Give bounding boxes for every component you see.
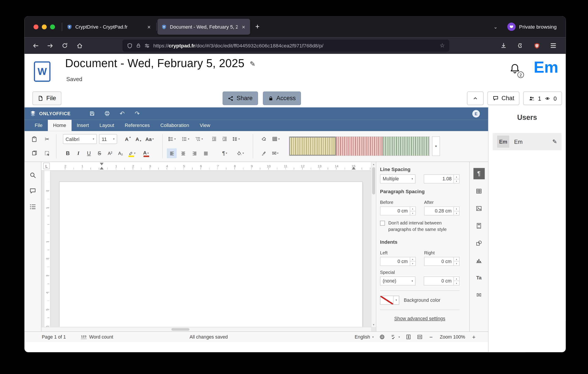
spinner-arrows[interactable]: ▲▼ xyxy=(453,257,459,265)
superscript-button[interactable]: A² xyxy=(105,148,115,158)
advanced-settings-link[interactable]: Show advanced settings xyxy=(380,316,460,321)
extensions-button[interactable] xyxy=(514,40,527,52)
bookmark-star-icon[interactable]: ☆ xyxy=(440,42,445,49)
editor-user-avatar[interactable]: E xyxy=(472,110,480,117)
reload-button[interactable] xyxy=(59,40,71,52)
url-text[interactable]: https://cryptpad.fr/doc/#/3/doc/edit/ff0… xyxy=(153,43,436,49)
editor-menu-tab[interactable]: Collaboration xyxy=(155,120,195,131)
background-color-swatch[interactable] xyxy=(380,296,393,304)
downloads-button[interactable] xyxy=(497,40,510,52)
scroll-down-arrow[interactable]: ▼ xyxy=(371,323,376,326)
back-button[interactable] xyxy=(29,40,42,52)
paragraph-settings-tab[interactable]: ¶ xyxy=(473,168,484,179)
editor-menu-tab[interactable]: View xyxy=(195,120,216,131)
horizontal-scroll-thumb[interactable] xyxy=(171,328,190,331)
new-tab-button[interactable]: + xyxy=(251,23,264,31)
shading-button[interactable]: ▾ xyxy=(271,134,284,144)
redo-button[interactable]: ↷ xyxy=(132,109,142,118)
clear-style-button[interactable] xyxy=(259,134,269,144)
editor-menu-tab[interactable]: Home xyxy=(48,120,72,131)
lock-icon[interactable] xyxy=(136,43,141,48)
special-indent-select[interactable]: (none) ▾ xyxy=(380,276,416,285)
style-preview[interactable] xyxy=(336,137,383,156)
text-art-settings-tab[interactable]: Ta xyxy=(473,272,484,283)
chart-settings-tab[interactable] xyxy=(473,255,484,266)
document-page[interactable] xyxy=(60,182,362,332)
subscript-button[interactable]: A₂ xyxy=(116,148,126,158)
highlight-color-button[interactable]: ▾ xyxy=(127,148,140,158)
copy-style-button[interactable] xyxy=(259,148,269,158)
mail-merge-settings-tab[interactable]: ✉ xyxy=(473,289,484,301)
userlist-button[interactable]: 1 0 xyxy=(523,92,562,105)
fit-width-button[interactable] xyxy=(417,334,422,340)
align-right-button[interactable] xyxy=(189,148,199,158)
comments-button[interactable] xyxy=(30,188,36,195)
language-select[interactable]: English ▾ xyxy=(355,334,374,340)
editor-menu-tab[interactable]: Insert xyxy=(71,120,94,131)
user-list-item[interactable]: Em Em ✎ xyxy=(493,133,562,150)
spinner-arrows[interactable]: ▲▼ xyxy=(453,175,459,183)
align-justify-button[interactable] xyxy=(201,148,210,158)
select-all-button[interactable] xyxy=(42,148,52,158)
font-name-select[interactable]: Calibri ▾ xyxy=(63,134,97,144)
align-left-button[interactable] xyxy=(167,148,177,158)
line-spacing-value-spinner[interactable]: 1.08 ▲▼ xyxy=(424,174,460,183)
user-avatar-initials[interactable]: Em xyxy=(534,59,558,77)
spacing-before-spinner[interactable]: 0 cm ▲▼ xyxy=(380,207,416,216)
forward-button[interactable] xyxy=(44,40,56,52)
line-spacing-button[interactable]: ▾ xyxy=(231,134,244,144)
scroll-up-arrow[interactable]: ▲ xyxy=(371,163,376,165)
undo-button[interactable]: ↶ xyxy=(117,109,127,118)
close-window-button[interactable] xyxy=(33,24,38,29)
style-preview-selected[interactable] xyxy=(289,137,336,156)
tab-document[interactable]: Document - Wed, February 5, 2025 × xyxy=(158,19,250,35)
bold-button[interactable]: B xyxy=(63,148,73,158)
special-indent-spinner[interactable]: 0 cm ▲▼ xyxy=(424,276,460,285)
horizontal-scrollbar[interactable] xyxy=(42,327,371,332)
increase-font-button[interactable]: A▲ xyxy=(123,134,133,144)
home-button[interactable] xyxy=(73,40,86,52)
tab-cryptdrive[interactable]: CryptDrive - CryptPad.fr × xyxy=(63,19,156,35)
italic-button[interactable]: I xyxy=(74,148,83,158)
editor-menu-tab[interactable]: References xyxy=(119,120,155,131)
indent-right-spinner[interactable]: 0 cm ▲▼ xyxy=(424,257,460,266)
url-bar[interactable]: https://cryptpad.fr/doc/#/3/doc/edit/ff0… xyxy=(123,40,450,52)
underline-button[interactable]: U xyxy=(84,148,94,158)
zoom-in-button[interactable]: + xyxy=(471,334,477,340)
style-preview[interactable] xyxy=(383,137,429,156)
editor-menu-tab[interactable]: Layout xyxy=(94,120,119,131)
ublock-button[interactable] xyxy=(530,40,543,52)
spinner-arrows[interactable]: ▲▼ xyxy=(410,207,415,215)
vertical-scroll-thumb[interactable] xyxy=(372,167,375,194)
right-indent-marker[interactable] xyxy=(352,167,356,169)
close-tab-icon[interactable]: × xyxy=(146,23,152,30)
vertical-ruler[interactable]: 21123456 xyxy=(44,171,51,327)
cut-button[interactable]: ✂ xyxy=(42,134,52,144)
document-language-button[interactable] xyxy=(379,334,385,340)
spacing-after-spinner[interactable]: 0.28 cm ▲▼ xyxy=(424,207,460,216)
decrease-font-button[interactable]: A▼ xyxy=(134,134,144,144)
strikethrough-button[interactable]: S xyxy=(94,148,104,158)
find-button[interactable] xyxy=(30,172,36,179)
nonprinting-chars-button[interactable]: ¶ ▾ xyxy=(221,148,234,158)
paste-button[interactable] xyxy=(29,134,40,144)
chat-button[interactable]: Chat xyxy=(487,92,520,105)
line-spacing-select[interactable]: Multiple ▾ xyxy=(380,174,416,183)
close-tab-icon[interactable]: × xyxy=(241,23,246,30)
header-footer-settings-tab[interactable] xyxy=(473,220,484,231)
access-button[interactable]: Access xyxy=(263,92,301,105)
editor-menu-tab[interactable]: File xyxy=(30,120,48,131)
style-gallery-expand-button[interactable]: ▾ xyxy=(432,136,440,156)
notifications-button[interactable]: 2 xyxy=(510,63,522,78)
tracking-shield-icon[interactable] xyxy=(127,43,133,49)
spellcheck-button[interactable]: ▾ xyxy=(391,334,400,340)
increase-indent-button[interactable] xyxy=(220,134,229,144)
maximize-window-button[interactable] xyxy=(50,24,55,29)
collapse-toolbar-button[interactable] xyxy=(467,92,483,105)
background-color-dropdown[interactable]: ▾ xyxy=(393,296,399,304)
spinner-arrows[interactable]: ▲▼ xyxy=(410,257,415,265)
font-color-button[interactable]: A ▾ xyxy=(142,148,156,158)
app-menu-button[interactable] xyxy=(547,40,560,52)
decrease-indent-button[interactable] xyxy=(209,134,219,144)
zoom-out-button[interactable]: − xyxy=(428,334,434,340)
